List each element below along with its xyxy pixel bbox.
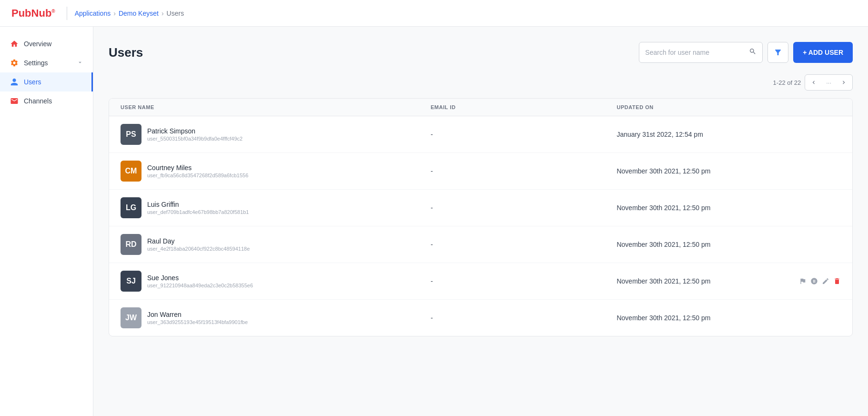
search-box[interactable] xyxy=(639,42,763,63)
avatar-initials: PS xyxy=(126,130,136,139)
breadcrumb-demo-keyset[interactable]: Demo Keyset xyxy=(119,10,159,17)
layout: Overview Settings Users Channels xyxy=(0,27,868,416)
user-id: user_5500315bf0a34f9b9dfa0e4fffcf49c2 xyxy=(147,136,242,142)
logo[interactable]: PubNub® xyxy=(11,7,55,20)
table-body: PS Patrick Simpson user_5500315bf0a34f9b… xyxy=(109,116,852,336)
updated-cell: November 30th 2021, 12:50 pm xyxy=(616,167,803,175)
delete-icon[interactable] xyxy=(833,164,841,178)
table-header: USER NAME EMAIL ID UPDATED ON xyxy=(109,99,852,116)
sidebar-label-channels: Channels xyxy=(24,97,52,105)
edit-icon[interactable] xyxy=(822,311,829,325)
table-row[interactable]: SJ Sue Jones user_912210948aa849eda2c3e0… xyxy=(109,263,852,300)
table-row[interactable]: JW Jon Warren user_363d9255193e45f19513f… xyxy=(109,300,852,336)
user-cell: PS Patrick Simpson user_5500315bf0a34f9b… xyxy=(121,124,431,145)
breadcrumb-applications[interactable]: Applications xyxy=(75,10,111,17)
users-table: USER NAME EMAIL ID UPDATED ON PS Patrick… xyxy=(109,98,853,336)
block-icon[interactable] xyxy=(810,164,818,178)
sidebar-item-overview[interactable]: Overview xyxy=(0,34,93,53)
user-id: user_912210948aa849eda2c3e0c2b58355e6 xyxy=(147,283,253,288)
sidebar-item-users[interactable]: Users xyxy=(0,72,93,91)
chevron-down-icon xyxy=(77,59,83,67)
pagination-next[interactable] xyxy=(835,75,852,90)
user-id: user_4e2f18aba20640cf922c8bc48594118e xyxy=(147,246,250,252)
delete-icon[interactable] xyxy=(833,201,841,214)
delete-icon[interactable] xyxy=(833,274,841,288)
topbar-divider xyxy=(67,7,67,20)
block-icon[interactable] xyxy=(810,311,818,325)
avatar: SJ xyxy=(121,271,141,292)
avatar-initials: JW xyxy=(125,314,137,322)
edit-icon[interactable] xyxy=(822,274,829,288)
pagination-ellipsis: ··· xyxy=(822,75,835,90)
flag-icon[interactable] xyxy=(799,164,807,178)
topbar: PubNub® Applications › Demo Keyset › Use… xyxy=(0,0,868,27)
logo-nub: Nub xyxy=(31,7,52,19)
user-cell: LG Luis Griffin user_def709b1adfc4e67b98… xyxy=(121,197,431,218)
block-icon[interactable] xyxy=(810,274,818,288)
table-row[interactable]: RD Raul Day user_4e2f18aba20640cf922c8bc… xyxy=(109,226,852,263)
sidebar-item-settings[interactable]: Settings xyxy=(0,53,93,72)
user-info: Courtney Miles user_fb9ca56c8d3547268f2d… xyxy=(147,164,248,178)
delete-icon[interactable] xyxy=(833,238,841,251)
avatar: LG xyxy=(121,197,141,218)
block-icon[interactable] xyxy=(810,128,818,141)
user-name: Courtney Miles xyxy=(147,164,248,172)
flag-icon[interactable] xyxy=(799,238,807,251)
user-cell: JW Jon Warren user_363d9255193e45f19513f… xyxy=(121,307,431,328)
avatar-initials: SJ xyxy=(126,277,136,285)
filter-button[interactable] xyxy=(767,42,788,63)
table-row[interactable]: PS Patrick Simpson user_5500315bf0a34f9b… xyxy=(109,116,852,153)
user-info: Luis Griffin user_def709b1adfc4e67b98bb7… xyxy=(147,201,249,215)
edit-icon[interactable] xyxy=(822,164,829,178)
email-cell: - xyxy=(431,277,617,285)
user-info: Sue Jones user_912210948aa849eda2c3e0c2b… xyxy=(147,274,253,288)
email-cell: - xyxy=(431,314,617,322)
flag-icon[interactable] xyxy=(799,274,807,288)
pagination-row: 1-22 of 22 ··· xyxy=(109,74,853,91)
add-user-button[interactable]: + ADD USER xyxy=(793,42,853,63)
delete-icon[interactable] xyxy=(833,311,841,325)
row-actions xyxy=(803,274,841,288)
user-name: Raul Day xyxy=(147,237,250,245)
search-input[interactable] xyxy=(645,49,746,56)
block-icon[interactable] xyxy=(810,201,818,214)
updated-cell: November 30th 2021, 12:50 pm xyxy=(616,204,803,212)
user-id: user_363d9255193e45f19513f4bfa9901fbe xyxy=(147,319,248,325)
avatar-initials: CM xyxy=(125,167,137,175)
flag-icon[interactable] xyxy=(799,311,807,325)
sidebar: Overview Settings Users Channels xyxy=(0,27,93,416)
table-row[interactable]: LG Luis Griffin user_def709b1adfc4e67b98… xyxy=(109,190,852,226)
sidebar-item-channels[interactable]: Channels xyxy=(0,91,93,111)
table-row[interactable]: CM Courtney Miles user_fb9ca56c8d3547268… xyxy=(109,153,852,190)
pagination-range: 1-22 of 22 xyxy=(773,79,801,86)
avatar: CM xyxy=(121,161,141,182)
breadcrumb-sep-2: › xyxy=(161,10,164,17)
flag-icon[interactable] xyxy=(799,128,807,141)
avatar: RD xyxy=(121,234,141,255)
edit-icon[interactable] xyxy=(822,128,829,141)
main-content: Users + ADD USER 1-22 of 22 xyxy=(93,27,868,416)
avatar: PS xyxy=(121,124,141,145)
pagination-prev[interactable] xyxy=(805,75,822,90)
user-info: Raul Day user_4e2f18aba20640cf922c8bc485… xyxy=(147,237,250,252)
user-name: Luis Griffin xyxy=(147,201,249,208)
search-icon xyxy=(749,48,757,57)
user-cell: RD Raul Day user_4e2f18aba20640cf922c8bc… xyxy=(121,234,431,255)
flag-icon[interactable] xyxy=(799,201,807,214)
delete-icon[interactable] xyxy=(833,128,841,141)
edit-icon[interactable] xyxy=(822,238,829,251)
edit-icon[interactable] xyxy=(822,201,829,214)
breadcrumb-users: Users xyxy=(167,10,184,17)
pagination-buttons: ··· xyxy=(805,74,853,91)
email-cell: - xyxy=(431,204,617,212)
gear-icon xyxy=(10,58,19,68)
col-username: USER NAME xyxy=(121,104,431,110)
user-id: user_def709b1adfc4e67b98bb7a820f581b1 xyxy=(147,209,249,215)
user-info: Patrick Simpson user_5500315bf0a34f9b9df… xyxy=(147,127,242,142)
mail-icon xyxy=(10,96,19,106)
add-user-label: + ADD USER xyxy=(803,49,843,56)
breadcrumb-sep-1: › xyxy=(113,10,116,17)
block-icon[interactable] xyxy=(810,238,818,251)
updated-cell: November 30th 2021, 12:50 pm xyxy=(616,314,803,322)
breadcrumb: Applications › Demo Keyset › Users xyxy=(75,10,184,17)
